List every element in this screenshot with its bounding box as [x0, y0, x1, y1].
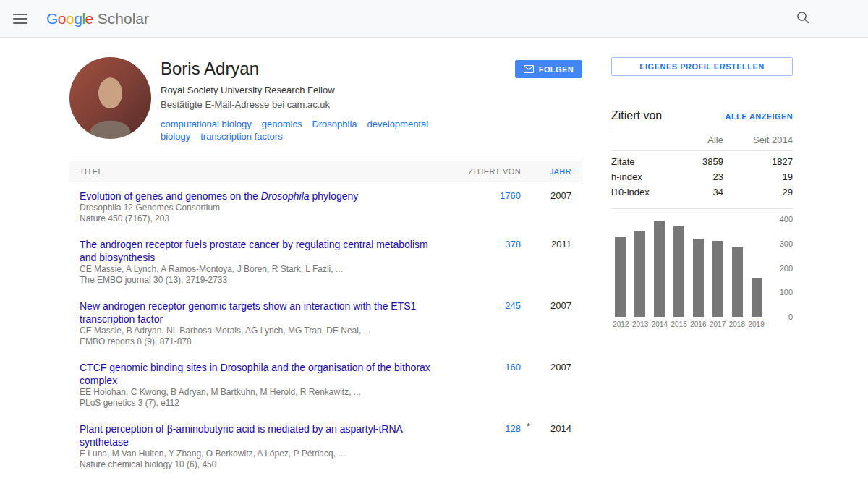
interest-link[interactable]: transcription factors [200, 131, 282, 142]
chart-x-label: 2019 [746, 320, 766, 328]
chart-y-tick: 400 [780, 215, 793, 224]
publication-year: 2011 [521, 238, 571, 286]
publication-row: Plant perception of β-aminobutyric acid … [69, 415, 582, 477]
chart-x-label: 2018 [728, 320, 747, 328]
stat-row-i10-index: i10-index 34 29 [611, 184, 793, 200]
stat-row-citations: Zitate 3859 1827 [611, 154, 793, 169]
search-icon [796, 10, 810, 25]
stat-value-all: 3859 [680, 156, 723, 167]
follow-button[interactable]: FOLGEN [515, 60, 582, 78]
publication-authors: CE Massie, A Lynch, A Ramos-Montoya, J B… [80, 264, 443, 275]
interests-list: computational biologygenomicsDrosophilad… [161, 118, 515, 142]
scholar-logo-text: Scholar [98, 10, 149, 27]
page-title: Boris Adryan [161, 59, 515, 79]
hamburger-icon [13, 14, 27, 15]
google-logo-letter: g [74, 10, 82, 27]
publication-title-link[interactable]: The androgen receptor fuels prostate can… [80, 238, 443, 264]
stat-row-h-index: h-index 23 19 [611, 169, 793, 184]
publications-table-header: TITEL ZITIERT VON JAHR [69, 161, 582, 182]
cited-by-cell: 245 [456, 299, 521, 347]
publication-venue: Nature 450 (7167), 203 [80, 213, 443, 224]
publication-authors: E Luna, M Van Hulten, Y Zhang, O Berkowi… [80, 448, 443, 459]
cited-by-cell: 378 [456, 238, 521, 286]
sidebar: EIGENES PROFIL ERSTELLEN Zitiert von ALL… [611, 57, 793, 481]
chart-y-tick: 300 [780, 239, 793, 248]
profile-header: Boris Adryan Royal Society University Re… [69, 57, 582, 142]
publication-title-link[interactable]: Plant perception of β-aminobutyric acid … [80, 422, 443, 448]
view-all-link[interactable]: ALLE ANZEIGEN [726, 112, 793, 121]
publication-venue: PLoS genetics 3 (7), e112 [80, 398, 443, 409]
interest-link[interactable]: genomics [262, 119, 302, 129]
publication-authors: Drosophila 12 Genomes Consortium [80, 203, 443, 213]
stat-label: i10-index [611, 187, 680, 197]
cited-by-count-link[interactable]: 378 [505, 239, 521, 250]
chart-bar[interactable] [712, 241, 723, 317]
profile-info: Boris Adryan Royal Society University Re… [161, 57, 515, 142]
page-content: Boris Adryan Royal Society University Re… [0, 38, 868, 481]
google-logo-letter: G [46, 10, 58, 27]
envelope-icon [524, 65, 534, 73]
publication-authors: CE Massie, B Adryan, NL Barbosa-Morais, … [80, 325, 443, 336]
chart-bar[interactable] [673, 226, 684, 317]
citations-chart: 0100200300400 [611, 219, 793, 317]
column-header-since: Seit 2014 [723, 135, 793, 145]
top-bar: Google Scholar [0, 0, 868, 38]
chart-x-labels: 20122013201420152016201720182019 [611, 320, 766, 328]
column-header-title: TITEL [80, 167, 456, 176]
publication-year: 2007 [521, 299, 571, 347]
main-column: Boris Adryan Royal Society University Re… [69, 57, 582, 481]
publication-title-link[interactable]: New androgen receptor genomic targets sh… [80, 299, 443, 325]
cited-by-count-link[interactable]: 245 [505, 300, 521, 311]
create-profile-button[interactable]: EIGENES PROFIL ERSTELLEN [611, 57, 793, 76]
column-header-year-sort-link[interactable]: JAHR [521, 167, 571, 176]
publication-row: New androgen receptor genomic targets sh… [69, 292, 582, 354]
stat-value-all: 34 [680, 187, 723, 197]
publication-authors: EE Holohan, C Kwong, B Adryan, M Bartkuh… [80, 387, 443, 398]
stat-value-since: 1827 [723, 156, 793, 167]
publication-info: New androgen receptor genomic targets sh… [80, 299, 456, 347]
profile-photo [69, 57, 151, 139]
cited-by-cell: 160 [456, 361, 521, 409]
chart-bar[interactable] [752, 278, 762, 317]
publication-title-link[interactable]: CTCF genomic binding sites in Drosophila… [80, 361, 443, 387]
follow-button-label: FOLGEN [539, 65, 574, 74]
publication-info: Evolution of genes and genomes on the Dr… [80, 190, 456, 224]
publication-year: 2007 [521, 190, 571, 224]
chart-bar[interactable] [732, 247, 743, 317]
interest-link[interactable]: Drosophila [312, 119, 357, 129]
chart-bar[interactable] [654, 221, 665, 317]
stats-spacer [611, 135, 680, 145]
chart-bar[interactable] [615, 237, 626, 317]
chart-x-label: 2013 [631, 320, 650, 328]
publication-info: Plant perception of β-aminobutyric acid … [80, 422, 456, 470]
scholar-logo[interactable]: Google Scholar [46, 10, 149, 27]
publication-info: CTCF genomic binding sites in Drosophila… [80, 361, 456, 409]
chart-x-label: 2015 [669, 320, 689, 328]
merged-citations-star[interactable]: * [527, 420, 530, 433]
chart-bar[interactable] [634, 231, 645, 317]
stat-value-since: 19 [723, 171, 793, 182]
cited-by-count-link[interactable]: 160 [505, 362, 521, 373]
hamburger-icon [13, 18, 27, 20]
cited-by-count-link[interactable]: 128 [505, 423, 521, 434]
stat-value-since: 29 [723, 187, 793, 197]
search-button[interactable] [793, 7, 813, 30]
cited-by-header: Zitiert von ALLE ANZEIGEN [611, 109, 793, 129]
stat-value-all: 23 [680, 171, 723, 182]
chart-y-tick: 200 [780, 264, 793, 273]
chart-x-label: 2014 [650, 320, 670, 328]
publication-row: Evolution of genes and genomes on the Dr… [69, 182, 582, 231]
chart-x-label: 2017 [708, 320, 728, 328]
stats-table-body: Zitate 3859 1827 h-index 23 19 i10-index… [611, 151, 793, 209]
cited-by-count-link[interactable]: 1760 [500, 190, 521, 201]
interest-link[interactable]: computational biology [161, 119, 252, 129]
publication-row: CTCF genomic binding sites in Drosophila… [69, 354, 582, 415]
google-logo-letter: e [85, 10, 93, 27]
menu-button[interactable] [13, 14, 27, 24]
cited-by-cell: 1760 [456, 190, 521, 224]
chart-bars [611, 219, 766, 317]
chart-bar[interactable] [693, 239, 704, 317]
stat-label: Zitate [611, 156, 680, 167]
stats-table-header: Alle Seit 2014 [611, 129, 793, 151]
publication-title-link[interactable]: Evolution of genes and genomes on the Dr… [80, 190, 443, 203]
